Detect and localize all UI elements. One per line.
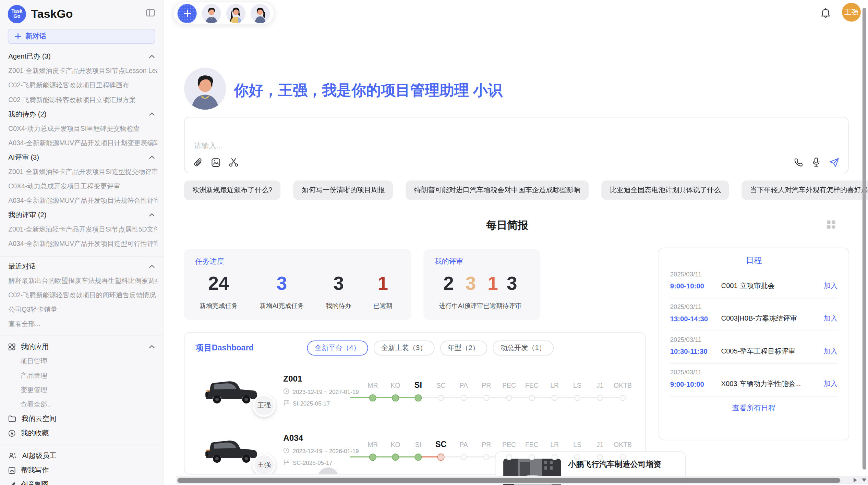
- chevron-up-icon[interactable]: [149, 55, 155, 58]
- dashboard-tab[interactable]: 全新平台（4）: [307, 340, 368, 356]
- milestone-dot[interactable]: [414, 394, 422, 401]
- schedule-join-link[interactable]: 加入: [824, 281, 837, 290]
- milestone-dot[interactable]: [483, 395, 490, 401]
- horizontal-scrollbar-thumb[interactable]: [177, 478, 840, 483]
- suggestion-chip[interactable]: 特朗普可能对进口汽车增税会对中国车企造成哪些影响: [406, 181, 589, 200]
- suggestion-chip[interactable]: 比亚迪全固态电池计划具体说了什么: [602, 181, 729, 200]
- view-all-schedule-link[interactable]: 查看所有日程: [670, 403, 837, 413]
- phone-icon[interactable]: [794, 158, 803, 167]
- microphone-icon[interactable]: [812, 157, 820, 167]
- horizontal-scrollbar[interactable]: [176, 476, 868, 484]
- send-icon[interactable]: [829, 158, 839, 167]
- sidebar-conversation-item[interactable]: C02-飞腾新能源轻客改款项目的闭环通告反馈情况: [0, 288, 163, 302]
- milestone-dot[interactable]: [437, 453, 445, 460]
- agent-avatar-1[interactable]: [202, 4, 221, 23]
- agent-avatar-2[interactable]: [226, 4, 246, 23]
- sidebar-conversation-item[interactable]: C0X4-动力总成开发项目工程变更评审: [0, 179, 163, 193]
- milestone-dot[interactable]: [369, 394, 376, 401]
- agent-avatar-3[interactable]: [251, 4, 270, 23]
- cloud-space-item[interactable]: 我的云空间: [0, 411, 163, 426]
- chat-input-card[interactable]: 请输入...: [184, 117, 849, 173]
- favorites-item[interactable]: 我的收藏: [0, 426, 163, 440]
- sidebar-conversation-item[interactable]: A034-全新新能源MUV产品开发项目法规符合性评审: [0, 193, 163, 208]
- milestone-dot[interactable]: [369, 453, 376, 460]
- paperclip-icon[interactable]: [193, 158, 203, 167]
- app-item[interactable]: 产品管理: [0, 368, 163, 383]
- milestone-dot[interactable]: [574, 454, 580, 460]
- section-header[interactable]: 最近对话: [0, 259, 163, 274]
- app-item[interactable]: 变更管理: [0, 383, 163, 397]
- image-icon[interactable]: [211, 158, 220, 167]
- project-row[interactable]: 王强 Z001 2023-12-19 ~ 2027-01-19: [196, 365, 634, 415]
- sidebar-conversation-item[interactable]: 解释最新出台的欧盟报废车法规再生塑料比例被调至15%...: [0, 274, 163, 288]
- dashboard-tab[interactable]: 年型（2）: [440, 340, 487, 356]
- sidebar-conversation-item[interactable]: C0X4-动力总成开发项目SI里程碑提交物检查: [0, 121, 163, 136]
- milestone-dot[interactable]: [438, 395, 444, 401]
- milestone-dot[interactable]: [574, 395, 580, 401]
- vertical-scrollbar-thumb[interactable]: [863, 8, 866, 470]
- milestone-dot[interactable]: [392, 394, 399, 401]
- milestone-dot[interactable]: [529, 395, 535, 401]
- milestone-dot[interactable]: [552, 454, 558, 460]
- milestone-dot[interactable]: [620, 454, 626, 460]
- sidebar-conversation-item[interactable]: 公司Q3轻卡销量: [0, 302, 163, 317]
- suggestion-chip[interactable]: 如何写一份清晰的项目周报: [293, 181, 393, 200]
- milestone-dot[interactable]: [414, 453, 422, 460]
- add-agent-button[interactable]: [177, 4, 197, 23]
- creative-draw-item[interactable]: 创意制图: [0, 477, 163, 485]
- suggestion-chip[interactable]: 当下年轻人对汽车外观有怎样的喜好趋势: [742, 181, 868, 200]
- milestone-dot[interactable]: [597, 395, 603, 401]
- sidebar-conversation-item[interactable]: C02-飞腾新能源轻客改款项目里程碑画布: [0, 78, 163, 92]
- milestone-dot[interactable]: [529, 454, 535, 460]
- app-item[interactable]: 查看全部..: [0, 397, 163, 411]
- sidebar-conversation-item[interactable]: A034-全新新能源MUV产品开发项目计划变更表编写: [0, 136, 163, 150]
- scroll-down-arrow-icon[interactable]: [862, 478, 866, 482]
- stat-value: 2: [439, 272, 458, 295]
- app-item[interactable]: 项目管理: [0, 354, 163, 368]
- section-header[interactable]: AI评审 (3): [0, 150, 163, 164]
- milestone-dot[interactable]: [461, 454, 467, 460]
- milestone-dot[interactable]: [392, 453, 399, 460]
- milestone-dot[interactable]: [461, 395, 467, 401]
- notification-bell-icon[interactable]: [821, 8, 830, 20]
- schedule-join-link[interactable]: 加入: [824, 347, 837, 356]
- help-write-item[interactable]: 帮我写作: [0, 463, 163, 477]
- sidebar-conversation-item[interactable]: Z001-全新燃油皮卡产品开发项目SI节点Lesson Learn报告: [0, 64, 163, 78]
- section-title: AI评审 (3): [8, 152, 149, 162]
- sidebar-collapse-icon[interactable]: [146, 8, 155, 19]
- milestone-connector: [486, 397, 509, 398]
- chevron-up-icon[interactable]: [149, 156, 155, 159]
- dashboard-tab[interactable]: 全新上装（3）: [373, 340, 434, 356]
- milestone-dot[interactable]: [506, 395, 512, 401]
- chevron-up-icon[interactable]: [149, 213, 155, 216]
- section-header[interactable]: 我的待办 (2): [0, 107, 163, 121]
- my-apps-header[interactable]: 我的应用: [0, 339, 163, 354]
- ai-staff-item[interactable]: AI超级员工: [0, 449, 163, 463]
- sidebar-conversation-item[interactable]: Z001-全新燃油轻卡产品开发项目SI造型提交物评审: [0, 164, 163, 179]
- chevron-up-icon[interactable]: [149, 112, 155, 116]
- milestone-dot[interactable]: [620, 395, 626, 401]
- sidebar-conversation-item[interactable]: C02-飞腾新能源轻客改款项目立项汇报方案: [0, 92, 163, 107]
- layout-grid-icon[interactable]: [827, 220, 836, 232]
- conversation-item-label: 查看全部...: [8, 319, 40, 328]
- chevron-up-icon[interactable]: [149, 265, 155, 268]
- scroll-right-arrow-icon[interactable]: [854, 478, 857, 482]
- user-avatar[interactable]: 王强: [842, 3, 861, 22]
- new-chat-button[interactable]: 新对话: [8, 29, 155, 44]
- dashboard-tab[interactable]: 动总开发（1）: [493, 340, 554, 356]
- suggestion-chip[interactable]: 欧洲新规最近颁布了什么?: [184, 181, 281, 200]
- schedule-join-link[interactable]: 加入: [824, 380, 837, 389]
- milestone-dot[interactable]: [597, 454, 603, 460]
- flag-icon: [283, 400, 289, 406]
- milestone-dot[interactable]: [483, 454, 490, 460]
- schedule-join-link[interactable]: 加入: [824, 314, 837, 323]
- milestone-dot[interactable]: [506, 454, 512, 460]
- section-header[interactable]: 我的评审 (2): [0, 208, 163, 222]
- sidebar-conversation-item[interactable]: Z001-全新燃油轻卡产品开发项目SI节点属性5D文件评审: [0, 222, 163, 236]
- scissors-icon[interactable]: [229, 158, 238, 167]
- sidebar-conversation-item[interactable]: A034-全新新能源MUV产品开发项目造型可行性评审: [0, 236, 163, 251]
- milestone-dot[interactable]: [552, 395, 558, 401]
- sidebar-conversation-item[interactable]: 查看全部...: [0, 317, 163, 331]
- chevron-up-icon[interactable]: [149, 345, 155, 348]
- section-header[interactable]: Agent已办 (3): [0, 49, 163, 64]
